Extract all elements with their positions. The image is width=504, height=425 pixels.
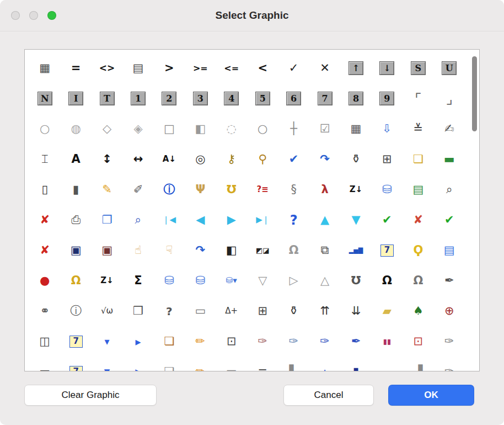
calendar-7-icon-cell[interactable]: 7 <box>372 235 403 265</box>
scroll-icon-cell[interactable]: § <box>278 174 309 205</box>
clear-graphic-button[interactable]: Clear Graphic <box>24 385 157 406</box>
checkbox-checked-icon-cell[interactable]: ☑ <box>309 114 340 144</box>
shield-icon-cell[interactable]: ⊕ <box>434 296 465 326</box>
number-5-boxed-icon-cell[interactable]: 5 <box>247 83 278 114</box>
redo-arrow-icon-cell[interactable]: ↷ <box>309 144 340 174</box>
triangle-up-icon-cell[interactable]: ▲ <box>309 205 340 235</box>
circle-dotted-icon-cell[interactable]: ◌ <box>216 114 247 144</box>
padlock-yellow-icon-cell[interactable]: Ω <box>60 265 91 296</box>
find-document-icon-cell[interactable]: ⌕ <box>434 174 465 205</box>
square-root-icon-cell[interactable]: √ω <box>92 296 122 326</box>
prev-record-icon-cell[interactable]: ◀ <box>185 205 216 235</box>
diamond-outline-icon-cell[interactable]: ◇ <box>92 114 122 144</box>
sign-doc3-icon-cell[interactable]: ✑ <box>309 326 340 357</box>
zoom-button-icon[interactable] <box>47 11 56 20</box>
pushpin-icon-cell[interactable]: ⚲ <box>247 144 278 174</box>
contrast-icon-cell[interactable]: ◧ <box>216 235 247 265</box>
outline-right-icon-cell[interactable]: ▷ <box>278 265 309 296</box>
diamond-shaded-icon-cell[interactable]: ◈ <box>122 114 153 144</box>
close-button-icon[interactable] <box>11 11 20 20</box>
number-6-boxed-icon-cell[interactable]: 6 <box>278 83 309 114</box>
insert-column-icon-cell[interactable]: ⇩ <box>372 114 403 144</box>
lock-black-icon-cell[interactable]: Ω <box>372 265 403 296</box>
clipped-icon-3-cell[interactable]: ▾ <box>92 357 122 371</box>
spreadsheet-icon-cell[interactable]: ▦ <box>29 53 60 83</box>
clipped-icon-9-cell[interactable]: ▚ <box>278 357 309 371</box>
database-grid-icon-cell[interactable]: ⛁ <box>372 174 403 205</box>
width-arrows-icon-cell[interactable]: ↔ <box>122 144 153 174</box>
number-2-boxed-icon-cell[interactable]: 2 <box>154 83 185 114</box>
pen-doc-icon-cell[interactable]: ✑ <box>434 326 465 357</box>
scrollbar-thumb[interactable] <box>472 56 477 131</box>
text-cursor-icon-cell[interactable]: ⌶ <box>29 144 60 174</box>
merge-cells-icon-cell[interactable]: ≚ <box>403 114 433 144</box>
crosshair-icon-cell[interactable]: ┼ <box>278 114 309 144</box>
help-icon-cell[interactable]: ? <box>278 205 309 235</box>
trash2-icon-cell[interactable]: ⚱ <box>278 296 309 326</box>
font-icon-cell[interactable]: A <box>60 144 91 174</box>
number-4-boxed-icon-cell[interactable]: 4 <box>216 83 247 114</box>
clipped-icon-2-cell[interactable]: 7 <box>60 357 91 371</box>
clipped-icon-10-cell[interactable]: ▴ <box>309 357 340 371</box>
info-icon-cell[interactable]: ⓘ <box>154 174 185 205</box>
magnifier-icon-cell[interactable]: ⌕ <box>122 205 153 235</box>
document-lines-icon-cell[interactable]: ▤ <box>122 53 153 83</box>
triangle-down-icon-cell[interactable]: ▼ <box>340 205 371 235</box>
green-book-icon-cell[interactable]: ▬ <box>434 144 465 174</box>
clipped-icon-7-cell[interactable]: ▭ <box>216 357 247 371</box>
clipped-icon-12-cell[interactable]: ▂ <box>372 357 403 371</box>
cancel-button[interactable]: Cancel <box>283 385 374 406</box>
sign-doc2-icon-cell[interactable]: ✑ <box>278 326 309 357</box>
cascade-windows-icon-cell[interactable]: ❒ <box>122 296 153 326</box>
circle-shaded-icon-cell[interactable]: ◍ <box>60 114 91 144</box>
pencil-icon-cell[interactable]: ✎ <box>92 174 122 205</box>
lock-mesh-icon-cell[interactable]: Ω <box>403 265 433 296</box>
database2-icon-cell[interactable]: ⛁ <box>185 265 216 296</box>
greater-than-icon-cell[interactable]: > <box>154 53 185 83</box>
runner-icon-cell[interactable]: λ <box>309 174 340 205</box>
red-ball-icon-cell[interactable]: ● <box>29 265 60 296</box>
corner-bottomright-icon-cell[interactable]: ⌟ <box>434 83 465 114</box>
clipped-icon-6-cell[interactable]: ✏ <box>185 357 216 371</box>
number-3-boxed-icon-cell[interactable]: 3 <box>185 83 216 114</box>
clipped-icon-14-cell[interactable]: ✑ <box>434 357 465 371</box>
sigma-icon-cell[interactable]: Σ <box>122 265 153 296</box>
clipped-icon-4-cell[interactable]: ▸ <box>122 357 153 371</box>
up-arrow-boxed-icon-cell[interactable]: ↑ <box>340 53 371 83</box>
green-check-bold-icon-cell[interactable]: ✔ <box>434 205 465 235</box>
save-icon-cell[interactable]: ▣ <box>60 235 91 265</box>
glasses-icon-cell[interactable]: ⚭ <box>29 296 60 326</box>
less-than-icon-cell[interactable]: < <box>247 53 278 83</box>
books-icon-cell[interactable]: ◫ <box>29 326 60 357</box>
next-record-icon-cell[interactable]: ▶ <box>216 205 247 235</box>
clipped-icon-1-cell[interactable]: ▬ <box>29 357 60 371</box>
thumbs-up-icon-cell[interactable]: ☝ <box>122 235 153 265</box>
redo2-icon-cell[interactable]: ↷ <box>185 235 216 265</box>
save-as-icon-cell[interactable]: ▣ <box>92 235 122 265</box>
delta-plus-icon-cell[interactable]: Δ+ <box>216 296 247 326</box>
check-icon-cell[interactable]: ✓ <box>278 53 309 83</box>
red-cross-icon-cell[interactable]: ✘ <box>403 205 433 235</box>
number-9-boxed-icon-cell[interactable]: 9 <box>372 83 403 114</box>
sort-za2-icon-cell[interactable]: Z↓ <box>92 265 122 296</box>
multiply-icon-cell[interactable]: ✕ <box>309 53 340 83</box>
circle-thin-icon-cell[interactable]: ○ <box>247 114 278 144</box>
greater-equal-icon-cell[interactable]: >= <box>185 53 216 83</box>
minimize-button-icon[interactable] <box>29 11 38 20</box>
note-edit-icon-cell[interactable]: ❏ <box>154 326 185 357</box>
window-popup-icon-cell[interactable]: ⊡ <box>216 326 247 357</box>
height-arrows-icon-cell[interactable]: ↕ <box>92 144 122 174</box>
expand-box-icon-cell[interactable]: ⊞ <box>372 144 403 174</box>
number-8-boxed-icon-cell[interactable]: 8 <box>340 83 371 114</box>
select-region-icon-cell[interactable]: ⊡ <box>403 326 433 357</box>
chart-icon-cell[interactable]: ▂▅▇ <box>340 235 371 265</box>
trash-icon-cell[interactable]: ⚱ <box>340 144 371 174</box>
sign-doc-icon-cell[interactable]: ✑ <box>247 326 278 357</box>
brackets-icon-cell[interactable]: <> <box>92 53 122 83</box>
table-grid-icon-cell[interactable]: ▦ <box>340 114 371 144</box>
strikethrough-boxed-icon-cell[interactable]: S <box>403 53 433 83</box>
striped-list-icon-cell[interactable]: ▤ <box>434 235 465 265</box>
stop-hand-icon-cell[interactable]: Ψ <box>185 174 216 205</box>
bold-boxed-icon-cell[interactable]: N <box>29 83 60 114</box>
contrast-double-icon-cell[interactable]: ◩◪ <box>247 235 278 265</box>
